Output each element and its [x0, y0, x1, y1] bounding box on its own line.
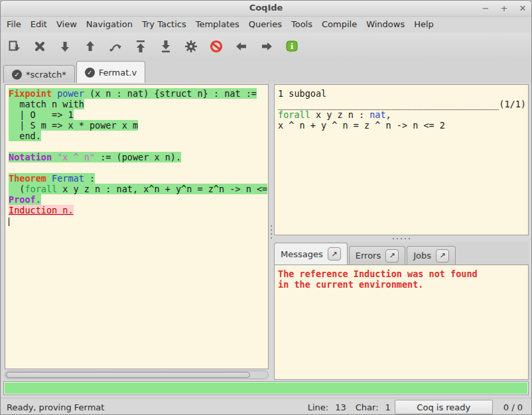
document-tabbar: ✓ *scratch* ✓ Fermat.v: [1, 60, 531, 83]
step-back-button[interactable]: [82, 36, 99, 56]
horizontal-scrollbar[interactable]: [5, 371, 269, 379]
code-line: | O => 1: [9, 109, 268, 120]
coq-state-indicator: Coq is ready: [395, 400, 493, 414]
gear-icon: [184, 40, 198, 53]
detach-icon[interactable]: ↗: [385, 249, 399, 263]
code-line: [9, 162, 268, 173]
info-bubble-icon: i: [285, 40, 299, 53]
menu-item-edit[interactable]: Edit: [26, 17, 52, 32]
text-cursor: [9, 217, 9, 226]
fully-check-button[interactable]: [182, 36, 200, 56]
go-to-end-button[interactable]: [157, 36, 174, 56]
coqide-window: CoqIde − + ✕ FileEditViewNavigationTry T…: [0, 0, 532, 415]
tab-jobs[interactable]: Jobs ↗: [407, 246, 456, 265]
tab-label: Messages: [281, 249, 323, 259]
script-editor[interactable]: Fixpoint power (x n : nat) {struct n} : …: [5, 84, 269, 369]
arrow-down-icon: [58, 40, 72, 53]
tab-label: Errors: [356, 251, 381, 261]
vertical-splitter[interactable]: [269, 84, 274, 380]
status-bar: Ready, proving Fermat Line: 13 Char: 1 C…: [1, 398, 531, 415]
arrow-down-bar-icon: [159, 40, 172, 53]
go-to-cursor-button[interactable]: [107, 36, 124, 56]
tab-label: Jobs: [413, 251, 431, 261]
close-tab-button[interactable]: [31, 36, 48, 56]
detach-icon[interactable]: ↗: [436, 249, 449, 263]
code-line: match n with: [9, 99, 268, 109]
script-code: Fixpoint power (x n : nat) {struct n} : …: [5, 85, 268, 226]
arrow-up-bar-icon: [134, 40, 147, 53]
menu-item-try-tactics[interactable]: Try Tactics: [137, 17, 191, 32]
check-icon: ✓: [85, 68, 95, 78]
menu-bar: FileEditViewNavigationTry TacticsTemplat…: [1, 17, 531, 32]
goals-text: 1 subgoal_______________________________…: [275, 85, 528, 131]
tab-messages[interactable]: Messages ↗: [274, 243, 348, 265]
message-tabbar: Messages ↗ Errors ↗ Jobs ↗: [274, 242, 529, 265]
code-line: end.: [9, 131, 268, 141]
toolbar: i: [1, 32, 531, 60]
check-icon: ✓: [12, 70, 22, 80]
menu-item-templates[interactable]: Templates: [191, 17, 244, 32]
scrollbar-thumb[interactable]: [6, 372, 250, 378]
interrupt-button[interactable]: [208, 36, 225, 56]
code-line: in the current environment.: [278, 279, 528, 290]
horizontal-splitter[interactable]: [274, 235, 529, 242]
menu-item-navigation[interactable]: Navigation: [82, 17, 137, 32]
about-button[interactable]: i: [283, 36, 300, 56]
menu-item-help[interactable]: Help: [409, 17, 438, 32]
window-controls: − + ✕: [481, 1, 527, 17]
window-title: CoqIde: [1, 3, 531, 13]
title-bar[interactable]: CoqIde − + ✕: [1, 1, 531, 17]
code-line: | S m => x * power x m: [9, 120, 268, 131]
char-label: Char:: [356, 402, 379, 412]
task-counter: 0 / 0: [503, 402, 523, 412]
go-to-cursor-icon: [109, 40, 122, 53]
detach-icon[interactable]: ↗: [328, 247, 341, 261]
minimize-icon[interactable]: −: [481, 1, 490, 17]
messages-text: The reference Induction was not foundin …: [275, 265, 528, 290]
code-line: Theorem Fermat :: [9, 173, 268, 184]
svg-text:i: i: [291, 42, 293, 51]
tab-fermat[interactable]: ✓ Fermat.v: [76, 61, 145, 83]
code-line: [9, 141, 268, 152]
save-button[interactable]: [6, 36, 23, 56]
tab-label: Fermat.v: [99, 68, 137, 78]
code-line: Notation "x ^ n" := (power x n).: [9, 152, 268, 162]
code-line: [9, 215, 268, 226]
tab-scratch[interactable]: ✓ *scratch*: [3, 65, 75, 83]
code-line: ________________________________________…: [278, 99, 528, 109]
step-forward-button[interactable]: [56, 36, 74, 56]
save-icon: [8, 40, 21, 53]
line-value: 13: [335, 402, 346, 412]
progress-bar: [3, 381, 529, 395]
arrow-up-icon: [84, 40, 97, 53]
menu-item-compile[interactable]: Compile: [317, 17, 362, 32]
goals-panel[interactable]: 1 subgoal_______________________________…: [274, 84, 529, 235]
status-message: Ready, proving Fermat: [7, 402, 299, 412]
menu-item-queries[interactable]: Queries: [244, 17, 287, 32]
code-line: x ^ n + y ^ n = z ^ n -> n <= 2: [278, 120, 528, 131]
code-line: The reference Induction was not found: [278, 268, 528, 279]
back-button[interactable]: [233, 36, 250, 56]
forward-button[interactable]: [258, 36, 275, 56]
code-line: forall x y z n : nat,: [278, 109, 528, 120]
close-icon[interactable]: ✕: [518, 1, 527, 17]
tab-errors[interactable]: Errors ↗: [349, 246, 405, 265]
char-value: 1: [385, 402, 391, 412]
menu-item-file[interactable]: File: [2, 17, 26, 32]
line-label: Line:: [308, 402, 328, 412]
menu-item-tools[interactable]: Tools: [287, 17, 317, 32]
code-line: Proof.: [9, 194, 268, 205]
arrow-right-icon: [260, 40, 273, 53]
restart-button[interactable]: [132, 36, 149, 56]
code-line: Induction n.: [9, 205, 268, 215]
maximize-icon[interactable]: +: [499, 1, 509, 17]
arrow-left-icon: [235, 40, 248, 53]
code-line: Fixpoint power (x n : nat) {struct n} : …: [9, 88, 268, 99]
stop-sign-icon: [210, 40, 223, 53]
tab-label: *scratch*: [26, 70, 66, 80]
code-line: (forall x y z n : nat, x^n + y^n = z^n -…: [9, 184, 268, 194]
messages-panel[interactable]: The reference Induction was not foundin …: [274, 265, 529, 380]
code-line: 1 subgoal: [278, 88, 528, 99]
menu-item-windows[interactable]: Windows: [362, 17, 409, 32]
menu-item-view[interactable]: View: [52, 17, 82, 32]
